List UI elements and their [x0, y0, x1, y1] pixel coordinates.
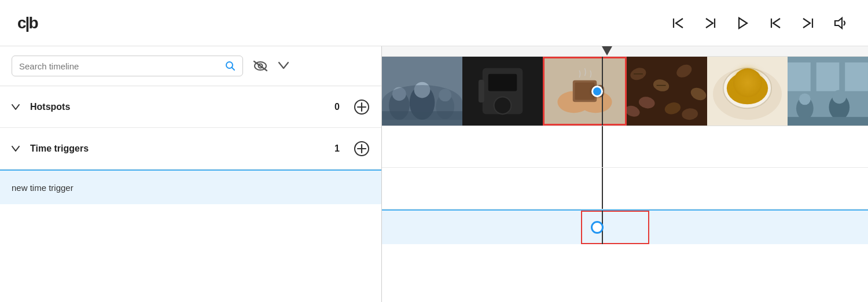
video-frame-1	[382, 57, 462, 126]
go-to-start-button[interactable]	[669, 14, 687, 32]
left-panel: Hotspots 0 Time triggers 1	[0, 46, 382, 302]
svg-point-59	[832, 90, 846, 104]
time-triggers-section-row: Time triggers 1	[0, 128, 381, 170]
play-button[interactable]	[734, 14, 752, 32]
svg-rect-17	[382, 57, 462, 126]
playhead-marker	[602, 46, 612, 56]
hotspots-chevron[interactable]	[12, 102, 22, 112]
visibility-icon[interactable]	[252, 60, 269, 72]
chevron-down-icon[interactable]	[278, 60, 289, 72]
search-box[interactable]	[12, 56, 243, 76]
step-forward-button[interactable]	[766, 14, 785, 32]
svg-point-19	[410, 86, 435, 120]
search-row	[0, 46, 381, 86]
svg-marker-5	[835, 18, 842, 28]
svg-point-28	[494, 97, 512, 114]
hotspot-timeline-area	[382, 126, 868, 168]
step-back-button[interactable]	[701, 14, 720, 32]
add-hotspot-button[interactable]	[354, 99, 370, 115]
svg-rect-55	[845, 62, 868, 91]
hotspots-label: Hotspots	[30, 102, 326, 112]
svg-point-23	[439, 89, 451, 102]
search-icon-button[interactable]	[225, 61, 236, 71]
trigger-item-label: new time trigger	[12, 183, 73, 193]
svg-rect-53	[788, 62, 811, 91]
app-logo: c|b	[17, 14, 38, 32]
trigger-dot[interactable]	[591, 221, 604, 234]
search-input[interactable]	[19, 61, 225, 71]
svg-rect-54	[816, 62, 840, 91]
video-frame-3	[543, 57, 627, 126]
main-area: Hotspots 0 Time triggers 1	[0, 46, 868, 302]
video-frame-5	[707, 57, 788, 126]
toolbar: c|b	[0, 0, 868, 46]
audio-button[interactable]	[831, 14, 851, 32]
hotspots-count: 0	[334, 102, 340, 112]
svg-rect-29	[479, 80, 484, 103]
trigger-dot-row	[382, 209, 868, 244]
svg-point-50	[727, 72, 768, 105]
svg-rect-60	[788, 117, 868, 126]
toolbar-center	[669, 14, 851, 32]
time-triggers-count: 1	[334, 143, 340, 154]
time-trigger-timeline-area	[382, 168, 868, 209]
video-frame-4	[627, 57, 707, 126]
video-frame-2	[462, 57, 543, 126]
svg-point-21	[392, 87, 406, 101]
svg-rect-27	[488, 74, 517, 91]
add-time-trigger-button[interactable]	[354, 141, 370, 157]
svg-point-18	[389, 91, 410, 120]
video-strip	[382, 57, 868, 126]
playhead-blue-dot	[591, 86, 603, 97]
time-triggers-chevron[interactable]	[12, 144, 22, 153]
svg-marker-2	[739, 18, 747, 28]
svg-point-57	[799, 93, 811, 105]
toolbar-left: c|b	[17, 14, 38, 32]
trigger-item-row[interactable]: new time trigger	[0, 170, 381, 204]
time-triggers-label: Time triggers	[30, 143, 326, 154]
right-panel	[382, 46, 868, 302]
svg-point-20	[436, 94, 454, 119]
svg-point-48	[713, 68, 782, 120]
svg-point-22	[414, 82, 431, 98]
video-frame-6	[788, 57, 868, 126]
timeline-header	[382, 46, 868, 57]
go-to-end-button[interactable]	[799, 14, 817, 32]
svg-line-7	[232, 68, 235, 71]
svg-point-51	[736, 80, 759, 97]
hotspots-section-row: Hotspots 0	[0, 86, 381, 128]
svg-rect-24	[382, 111, 462, 126]
